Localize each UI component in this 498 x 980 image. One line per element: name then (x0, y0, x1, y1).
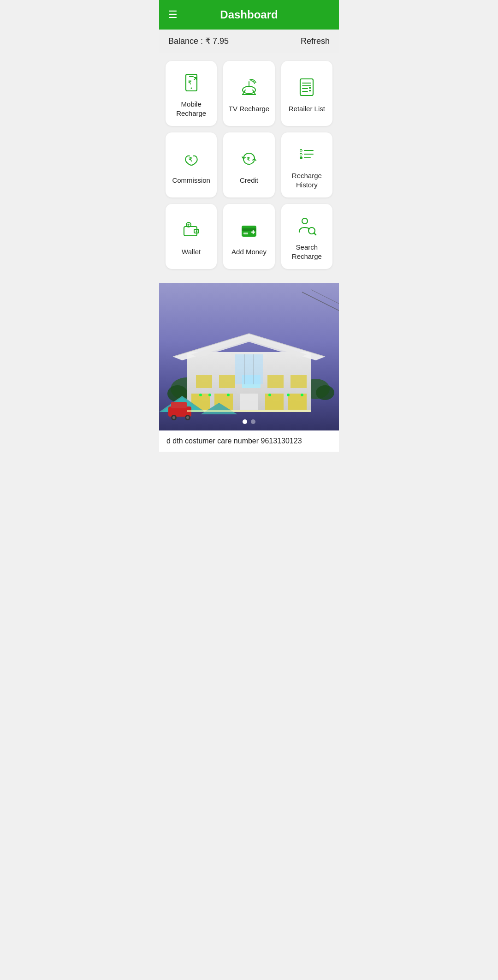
credit-label: Credit (240, 176, 258, 185)
ticker-text: d dth costumer care number 9613130123 (166, 437, 302, 445)
svg-text:₹: ₹ (188, 80, 191, 85)
wallet-icon: ₹ (180, 219, 203, 242)
svg-rect-55 (267, 375, 284, 388)
svg-rect-53 (219, 375, 235, 388)
svg-rect-12 (300, 79, 313, 96)
svg-point-2 (190, 88, 192, 89)
ticker-bar: d dth costumer care number 9613130123 (159, 430, 339, 452)
recharge-history-icon (295, 143, 318, 166)
wallet-label: Wallet (182, 247, 201, 257)
dashboard-grid: ₹ MobileRecharge (159, 53, 339, 274)
balance-text: Balance : ₹ 7.95 (168, 36, 229, 46)
svg-rect-56 (290, 375, 307, 388)
grid-row-1: ₹ MobileRecharge (166, 61, 332, 126)
retailer-list-icon (295, 76, 318, 99)
carousel-dot-1[interactable] (243, 419, 247, 424)
commission-label: Commission (172, 176, 210, 185)
credit-button[interactable]: ₹ Credit (223, 132, 274, 197)
svg-rect-49 (240, 394, 258, 410)
svg-point-60 (268, 394, 271, 396)
svg-rect-71 (235, 354, 263, 384)
balance-bar: Balance : ₹ 7.95 Refresh (159, 30, 339, 53)
search-recharge-icon (295, 214, 318, 237)
commission-button[interactable]: ₹ Commission (166, 132, 217, 197)
add-money-button[interactable]: Add Money (223, 204, 274, 269)
commission-icon: ₹ (180, 147, 203, 170)
svg-rect-18 (309, 90, 311, 91)
wallet-button[interactable]: ₹ Wallet (166, 204, 217, 269)
grid-row-3: ₹ Wallet Add Money (166, 204, 332, 269)
svg-rect-50 (265, 394, 284, 410)
page-title: Dashboard (220, 8, 278, 21)
svg-rect-33 (242, 228, 256, 231)
svg-rect-64 (171, 402, 187, 408)
svg-text:₹: ₹ (189, 156, 193, 163)
svg-point-23 (300, 156, 302, 159)
retailer-list-label: Retailer List (289, 104, 325, 114)
tv-recharge-button[interactable]: TV Recharge (223, 61, 274, 126)
svg-line-39 (314, 233, 316, 235)
add-money-icon (237, 219, 261, 242)
svg-point-57 (199, 394, 202, 396)
refresh-button[interactable]: Refresh (301, 36, 330, 46)
tv-recharge-label: TV Recharge (229, 104, 269, 114)
recharge-history-label: RechargeHistory (292, 171, 322, 189)
carousel-dot-2[interactable] (251, 419, 255, 424)
svg-rect-17 (309, 87, 311, 89)
tv-recharge-icon (237, 76, 261, 99)
svg-point-29 (196, 230, 197, 232)
banner-image (159, 283, 339, 430)
mobile-recharge-label: MobileRecharge (176, 100, 206, 118)
mobile-recharge-icon: ₹ (180, 71, 203, 94)
search-recharge-button[interactable]: SearchRecharge (281, 204, 332, 269)
svg-point-61 (287, 394, 290, 396)
svg-point-59 (227, 394, 230, 396)
svg-point-62 (301, 394, 303, 396)
svg-rect-51 (288, 394, 307, 410)
svg-point-67 (172, 416, 175, 419)
carousel-dots (243, 419, 255, 424)
svg-point-68 (186, 416, 189, 419)
menu-icon[interactable]: ☰ (168, 9, 178, 21)
svg-point-37 (302, 218, 308, 224)
credit-icon: ₹ (237, 147, 261, 170)
svg-point-58 (208, 394, 211, 396)
svg-text:₹: ₹ (247, 156, 250, 162)
search-recharge-label: SearchRecharge (292, 243, 322, 261)
svg-point-44 (316, 385, 334, 400)
mobile-recharge-button[interactable]: ₹ MobileRecharge (166, 61, 217, 126)
svg-rect-52 (196, 375, 212, 388)
recharge-history-button[interactable]: RechargeHistory (281, 132, 332, 197)
header: ☰ Dashboard (159, 0, 339, 30)
add-money-label: Add Money (231, 247, 267, 257)
grid-row-2: ₹ Commission ₹ Credit (166, 132, 332, 197)
retailer-list-button[interactable]: Retailer List (281, 61, 332, 126)
svg-point-7 (243, 86, 255, 94)
svg-rect-34 (243, 233, 248, 234)
svg-rect-74 (187, 410, 311, 412)
svg-rect-27 (184, 227, 197, 236)
spacer (159, 274, 339, 283)
